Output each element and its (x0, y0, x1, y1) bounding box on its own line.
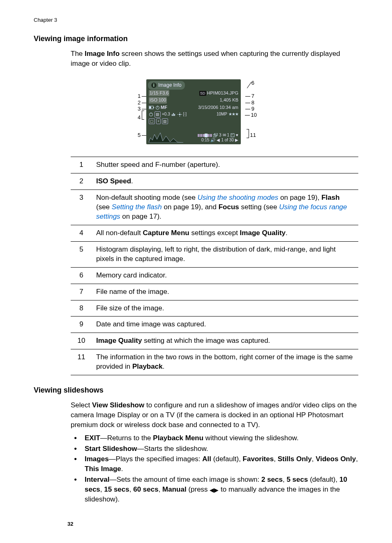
t: on page 17). (120, 213, 161, 220)
t: Non-default shooting mode (see (96, 194, 198, 201)
t: without viewing the slideshow. (203, 434, 299, 442)
slideshow-options-list: EXIT—Returns to the Playback Menu withou… (71, 433, 358, 504)
info-icon: i (151, 83, 157, 88)
right-arrow-icon: ▶ (235, 138, 238, 143)
battery-icon (149, 106, 154, 109)
sound-icon: 🔊 (210, 138, 215, 143)
list-item-images: Images—Plays the specified images: All (… (71, 454, 358, 474)
def-text: Non-default shooting mode (see Using the… (92, 190, 358, 225)
svg-point-18 (232, 134, 233, 135)
table-row: 2ISO Speed. (71, 173, 358, 190)
mf-label: MF (161, 104, 167, 111)
lcd-bottom-row2: 0:15 🔊 ◀ 1 of 30 ▶ (185, 138, 238, 143)
def-num: 5 (71, 241, 92, 267)
lcd-row-caps1: ▨ +0.3 [·] 10MP ★★★ (148, 111, 239, 118)
t: Playback (132, 363, 163, 370)
t: 15 secs (104, 485, 129, 493)
mp-value: 10MP (217, 111, 227, 117)
counter-value: 1 of 30 (221, 138, 234, 143)
chapter-header: Chapter 3 (34, 16, 358, 24)
lcd-row-shutter: 1/15 F3.6 SDHPIM0134.JPG (148, 90, 239, 97)
svg-rect-1 (153, 107, 154, 108)
def-num: 1 (71, 157, 92, 173)
t: —Starts the slideshow. (137, 445, 208, 453)
def-num: 7 (71, 284, 92, 300)
lcd-bottom-row1: 3 ✉1 ♥ (185, 133, 238, 138)
quality-stars: ★★★ (228, 111, 238, 117)
list-item-exit: EXIT—Returns to the Playback Menu withou… (71, 433, 358, 443)
t: 2 secs (261, 476, 283, 483)
t: setting (see (239, 203, 279, 211)
def-text: Shutter speed and F-number (aperture). (92, 157, 358, 173)
shutter-value: 1/15 F3.6 (149, 90, 169, 96)
filmstrip-icon (198, 134, 212, 137)
callout-4: 4 (136, 114, 142, 121)
callout-5: 5 (136, 132, 147, 139)
mail-count: 1 (227, 133, 230, 138)
t: , (129, 485, 133, 493)
link-setting-flash[interactable]: Setting the flash (112, 203, 162, 211)
sd-icon: SD (199, 91, 206, 96)
t: Interval (85, 476, 109, 483)
t: All (202, 455, 211, 463)
t: (press (187, 485, 210, 493)
t: , (312, 455, 316, 463)
ev-value: +0.3 (162, 111, 170, 117)
def-text: The information in the two rows in the b… (92, 349, 358, 375)
callout-number: 5 (136, 132, 142, 139)
t: , (283, 476, 286, 483)
t: All non-default (96, 229, 143, 237)
section-heading-slideshows: Viewing slideshows (34, 385, 358, 395)
t: on page 19), and (162, 203, 219, 211)
t: 60 secs (133, 485, 158, 493)
t: setting at which the image was captured. (142, 337, 270, 344)
t: 5 secs (286, 476, 308, 483)
svg-rect-17 (231, 134, 234, 137)
t: Manual (162, 485, 187, 493)
t: settings except (189, 229, 240, 237)
lcd-row-caps2: ▢ + ▤ (148, 118, 239, 125)
t: , (100, 485, 104, 493)
def-num: 4 (71, 225, 92, 241)
table-row: 9Date and time image was captured. (71, 317, 358, 333)
lcd-row-iso: ISO 100 1,405 KB (148, 97, 239, 104)
t: , (356, 455, 358, 463)
left-arrow-icon: ◀ (217, 138, 220, 143)
stack-icon (213, 133, 218, 137)
def-text: Histogram displaying, left to right, the… (92, 241, 358, 267)
histogram-icon (149, 130, 183, 143)
callout-11: 11 (249, 132, 257, 139)
area-icon: ▢ (149, 118, 155, 125)
table-row: 10 Image Quality setting at which the im… (71, 333, 358, 349)
def-text: All non-default Capture Menu settings ex… (92, 225, 358, 241)
t: EXIT (85, 434, 100, 442)
link-shooting-modes[interactable]: Using the shooting modes (198, 194, 279, 201)
intro-text-a: The (71, 50, 85, 58)
t: Videos Only (316, 455, 356, 463)
iso-speed-label: ISO Speed (96, 177, 131, 185)
lcd-title-bar: i Image Info (148, 81, 185, 90)
heart-icon: ♥ (236, 133, 238, 138)
section-heading-image-info: Viewing image information (34, 34, 358, 44)
def-num: 10 (71, 333, 92, 349)
datetime-value: 3/15/2006 10:34 am (198, 104, 238, 111)
t: Images (85, 455, 109, 463)
image-info-definitions-table: 1Shutter speed and F-number (aperture). … (71, 157, 358, 375)
svg-rect-9 (174, 114, 175, 116)
def-text: Memory card indicator. (92, 267, 358, 284)
table-row: 4 All non-default Capture Menu settings … (71, 225, 358, 241)
callout-number: 4 (136, 114, 142, 121)
stamp-icon: ▤ (162, 118, 168, 125)
table-row: 8File size of the image. (71, 300, 358, 317)
ev-icon: ▨ (154, 111, 161, 118)
t: (default), (211, 455, 243, 463)
clip-time: 0:15 (201, 138, 209, 143)
page-number: 32 (67, 520, 73, 528)
tag-icon (231, 133, 235, 137)
t: —Plays the specified images: (109, 455, 203, 463)
callout-10: 10 (245, 111, 258, 119)
def-text: Image Quality setting at which the image… (92, 333, 358, 349)
table-row: 5Histogram displaying, left to right, th… (71, 241, 358, 267)
svg-rect-7 (172, 114, 173, 116)
def-num: 8 (71, 300, 92, 317)
